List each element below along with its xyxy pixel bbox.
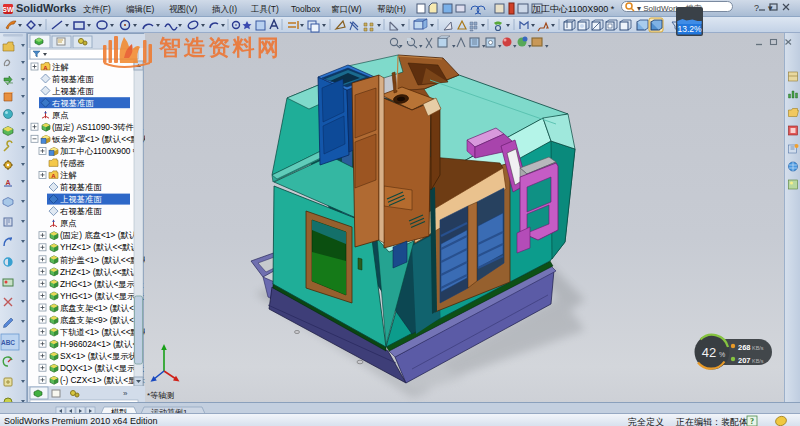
svg-text:前护盖<1> (默认<<默认: 前护盖<1> (默认<<默认 <box>60 255 145 265</box>
svg-text:原点: 原点 <box>60 218 77 228</box>
svg-text:H-966024<1> (默认<: H-966024<1> (默认< <box>60 339 137 349</box>
svg-text:YHG<1> (默认<显示状: YHG<1> (默认<显示状 <box>60 291 144 301</box>
svg-text:SX<1> (默认<显示状: SX<1> (默认<显示状 <box>60 351 137 361</box>
svg-text:DQX<1> (默认<显示状: DQX<1> (默认<显示状 <box>60 363 144 373</box>
svg-text:右视基准面: 右视基准面 <box>60 206 102 216</box>
svg-text:»: » <box>123 389 128 398</box>
svg-text:注解: 注解 <box>52 62 69 72</box>
svg-text:上视基准面: 上视基准面 <box>60 194 102 204</box>
svg-text:底盘支架<1> (默认<显: 底盘支架<1> (默认<显 <box>60 303 142 313</box>
svg-text:下轨道<1> (默认<<默认: 下轨道<1> (默认<<默认 <box>59 327 145 337</box>
svg-text:ZHZ<1> (默认<<默认: ZHZ<1> (默认<<默认 <box>60 267 139 277</box>
svg-text:ABC: ABC <box>1 339 15 346</box>
svg-text:前视基准面: 前视基准面 <box>52 74 94 84</box>
svg-text:(固定) 底盘<1> (默认<: (固定) 底盘<1> (默认< <box>60 230 142 240</box>
svg-text:A: A <box>5 179 10 186</box>
svg-text:SW: SW <box>2 6 14 13</box>
svg-text:加工中心1100X900 中: 加工中心1100X900 中 <box>60 146 141 156</box>
svg-text:传感器: 传感器 <box>60 158 85 168</box>
svg-text:注解: 注解 <box>60 170 77 180</box>
svg-text:?: ? <box>750 417 754 426</box>
svg-text:前视基准面: 前视基准面 <box>60 182 102 192</box>
svg-text:YHZ<1> (默认<<默认: YHZ<1> (默认<<默认 <box>60 242 140 252</box>
svg-text:底盘支架<9> (默认<显: 底盘支架<9> (默认<显 <box>60 315 142 325</box>
svg-text:钣金外罩<1> (默认<<默认: 钣金外罩<1> (默认<<默认 <box>51 134 145 144</box>
svg-text:原点: 原点 <box>52 110 69 120</box>
svg-text:(-) CZX<1> (默认<显示: (-) CZX<1> (默认<显示 <box>60 375 145 385</box>
svg-text:上视基准面: 上视基准面 <box>52 86 94 96</box>
svg-text:(固定) AS11090-3铸件<1: (固定) AS11090-3铸件<1 <box>52 122 144 132</box>
svg-text:右视基准面: 右视基准面 <box>52 98 94 108</box>
svg-text:ZHG<1> (默认<显示状: ZHG<1> (默认<显示状 <box>60 279 144 289</box>
